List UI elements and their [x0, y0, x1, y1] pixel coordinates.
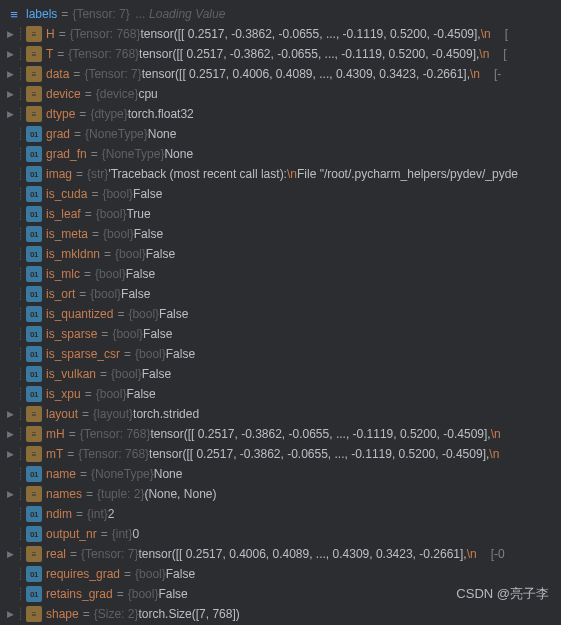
object-icon: ≡: [26, 106, 42, 122]
var-type: {str}: [87, 167, 108, 181]
var-name: retains_grad: [46, 587, 113, 601]
var-type: {Tensor: 7}: [81, 547, 138, 561]
var-name: real: [46, 547, 66, 561]
expand-arrow-icon[interactable]: ▶: [4, 449, 16, 459]
tree-row-name[interactable]: ┊01name={NoneType} None: [0, 464, 561, 484]
tree-row-is_sparse_csr[interactable]: ┊01is_sparse_csr={bool} False: [0, 344, 561, 364]
var-value-overflow: [-: [494, 67, 501, 81]
escape-seq: \n: [489, 447, 499, 461]
equals: =: [117, 307, 124, 321]
tree-row-data[interactable]: ▶┊≡data={Tensor: 7} tensor([[ 0.2517, 0.…: [0, 64, 561, 84]
tree-row-imag[interactable]: ┊01imag={str} 'Traceback (most recent ca…: [0, 164, 561, 184]
equals: =: [91, 147, 98, 161]
expand-arrow-icon[interactable]: ▶: [4, 109, 16, 119]
var-name: layout: [46, 407, 78, 421]
tree-row-shape[interactable]: ▶┊≡shape={Size: 2} torch.Size([7, 768]): [0, 604, 561, 624]
var-name: labels: [26, 7, 57, 21]
primitive-icon: 01: [26, 326, 42, 342]
tree-guide: ┊: [16, 267, 24, 281]
tree-root-row[interactable]: ≡ labels = {Tensor: 7} ... Loading Value: [0, 4, 561, 24]
tree-row-is_leaf[interactable]: ┊01is_leaf={bool} True: [0, 204, 561, 224]
var-name: is_mkldnn: [46, 247, 100, 261]
var-name: requires_grad: [46, 567, 120, 581]
tree-guide: ┊: [16, 187, 24, 201]
var-type: {Tensor: 7}: [72, 7, 129, 21]
equals: =: [74, 127, 81, 141]
object-icon: ≡: [26, 46, 42, 62]
expand-arrow-icon[interactable]: ▶: [4, 489, 16, 499]
tree-row-is_mlc[interactable]: ┊01is_mlc={bool} False: [0, 264, 561, 284]
equals: =: [85, 207, 92, 221]
expand-arrow-icon[interactable]: ▶: [4, 409, 16, 419]
var-type: {bool}: [90, 287, 121, 301]
tree-row-retains_grad[interactable]: ┊01retains_grad={bool} False: [0, 584, 561, 604]
tree-row-mT[interactable]: ▶┊≡mT={Tensor: 768} tensor([[ 0.2517, -0…: [0, 444, 561, 464]
var-value-cont: File "/root/.pycharm_helpers/pydev/_pyde: [297, 167, 518, 181]
tree-guide: ┊: [16, 327, 24, 341]
tree-row-is_meta[interactable]: ┊01is_meta={bool} False: [0, 224, 561, 244]
expand-arrow-icon[interactable]: ▶: [4, 429, 16, 439]
var-value: False: [142, 367, 171, 381]
expand-arrow-icon[interactable]: ▶: [4, 609, 16, 619]
expand-arrow-icon[interactable]: ▶: [4, 29, 16, 39]
var-type: {layout}: [93, 407, 133, 421]
rows-container: ▶┊≡H={Tensor: 768} tensor([[ 0.2517, -0.…: [0, 24, 561, 624]
var-type: {bool}: [96, 207, 127, 221]
escape-seq: \n: [470, 67, 480, 81]
equals: =: [117, 587, 124, 601]
expand-arrow-icon[interactable]: ▶: [4, 89, 16, 99]
tree-row-is_sparse[interactable]: ┊01is_sparse={bool} False: [0, 324, 561, 344]
tree-guide: ┊: [16, 107, 24, 121]
tree-row-ndim[interactable]: ┊01ndim={int} 2: [0, 504, 561, 524]
var-type: {tuple: 2}: [97, 487, 144, 501]
list-icon: ≡: [6, 6, 22, 22]
tree-row-is_xpu[interactable]: ┊01is_xpu={bool} False: [0, 384, 561, 404]
var-value: False: [126, 387, 155, 401]
object-icon: ≡: [26, 606, 42, 622]
tree-row-device[interactable]: ▶┊≡device={device} cpu: [0, 84, 561, 104]
expand-arrow-icon[interactable]: ▶: [4, 69, 16, 79]
tree-row-real[interactable]: ▶┊≡real={Tensor: 7} tensor([[ 0.2517, 0.…: [0, 544, 561, 564]
expand-arrow-icon[interactable]: ▶: [4, 549, 16, 559]
tree-row-is_cuda[interactable]: ┊01is_cuda={bool} False: [0, 184, 561, 204]
var-value: tensor([[ 0.2517, -0.3862, -0.0655, ...,…: [150, 427, 490, 441]
tree-row-requires_grad[interactable]: ┊01requires_grad={bool} False: [0, 564, 561, 584]
tree-row-H[interactable]: ▶┊≡H={Tensor: 768} tensor([[ 0.2517, -0.…: [0, 24, 561, 44]
escape-seq: \n: [287, 167, 297, 181]
tree-row-is_vulkan[interactable]: ┊01is_vulkan={bool} False: [0, 364, 561, 384]
equals: =: [124, 347, 131, 361]
tree-row-names[interactable]: ▶┊≡names={tuple: 2} (None, None): [0, 484, 561, 504]
tree-row-is_quantized[interactable]: ┊01is_quantized={bool} False: [0, 304, 561, 324]
tree-guide: ┊: [16, 87, 24, 101]
var-type: {Tensor: 768}: [80, 427, 151, 441]
object-icon: ≡: [26, 406, 42, 422]
expand-arrow-icon[interactable]: ▶: [4, 49, 16, 59]
tree-row-mH[interactable]: ▶┊≡mH={Tensor: 768} tensor([[ 0.2517, -0…: [0, 424, 561, 444]
var-value: False: [158, 587, 187, 601]
var-type: {Tensor: 768}: [70, 27, 141, 41]
tree-row-is_ort[interactable]: ┊01is_ort={bool} False: [0, 284, 561, 304]
tree-row-output_nr[interactable]: ┊01output_nr={int} 0: [0, 524, 561, 544]
var-value-overflow: [-0: [491, 547, 505, 561]
tree-row-T[interactable]: ▶┊≡T={Tensor: 768} tensor([[ 0.2517, -0.…: [0, 44, 561, 64]
tree-row-dtype[interactable]: ▶┊≡dtype={dtype} torch.float32: [0, 104, 561, 124]
var-name: is_mlc: [46, 267, 80, 281]
var-value: 'Traceback (most recent call last):: [108, 167, 287, 181]
equals: =: [67, 447, 74, 461]
tree-row-is_mkldnn[interactable]: ┊01is_mkldnn={bool} False: [0, 244, 561, 264]
var-type: {bool}: [115, 247, 146, 261]
var-name: is_leaf: [46, 207, 81, 221]
equals: =: [84, 267, 91, 281]
tree-guide: ┊: [16, 167, 24, 181]
tree-row-grad_fn[interactable]: ┊01grad_fn={NoneType} None: [0, 144, 561, 164]
equals: =: [57, 47, 64, 61]
tree-guide: ┊: [16, 587, 24, 601]
tree-row-grad[interactable]: ┊01grad={NoneType} None: [0, 124, 561, 144]
var-type: {bool}: [111, 367, 142, 381]
var-type: {bool}: [135, 347, 166, 361]
var-name: shape: [46, 607, 79, 621]
primitive-icon: 01: [26, 526, 42, 542]
object-icon: ≡: [26, 86, 42, 102]
equals: =: [92, 227, 99, 241]
tree-row-layout[interactable]: ▶┊≡layout={layout} torch.strided: [0, 404, 561, 424]
